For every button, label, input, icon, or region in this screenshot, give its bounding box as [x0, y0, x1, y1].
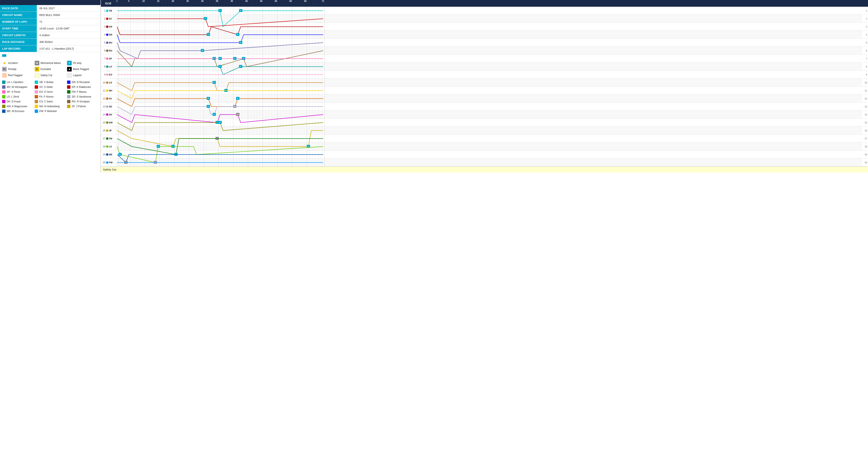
grid-pos-rg: 6	[102, 49, 105, 52]
driver-color-sd	[67, 95, 70, 98]
driver-dot-km	[106, 122, 108, 124]
final-pos-lh: 8	[862, 63, 868, 71]
lap-header-32	[207, 0, 210, 7]
driver-key-item: JP: J Palmer	[67, 104, 98, 109]
info-row: CIRCUIT LENGTH:4.318km	[0, 32, 100, 39]
key-item: ■Black Flagged	[67, 66, 98, 72]
key-item: ★Accident	[2, 60, 33, 66]
lap-header-37	[222, 0, 224, 7]
driver-line-kr	[117, 27, 323, 35]
lap-header-59	[286, 0, 289, 7]
final-pos-me: 19	[862, 151, 868, 158]
key-symbol-lapped	[67, 73, 72, 78]
driver-dot-sp	[106, 58, 108, 60]
grid-pos-vb: 1	[102, 9, 105, 12]
driver-abbr-kr: KR	[109, 25, 112, 28]
grid-row-cs: 10 CS	[101, 79, 116, 87]
lap-header-38	[224, 0, 227, 7]
lap-header-36	[219, 0, 222, 7]
final-pos-jp: 16	[862, 126, 868, 134]
final-pos-sd: 13	[862, 102, 868, 111]
event-label-ls-15: P	[158, 146, 159, 147]
lap-header-64	[301, 0, 304, 7]
event-label-fa-32: P	[208, 97, 209, 99]
grid-pos-sp: 7	[102, 57, 105, 60]
key-label: Mechanical failure	[40, 62, 61, 64]
lap-header-29	[198, 0, 201, 7]
driver-color-pw	[35, 110, 38, 113]
driver-key-label: LS: L Stroll	[7, 95, 19, 98]
driver-key-item: LH: L Hamilton	[2, 80, 33, 84]
grid-row-mv: 5 MV	[101, 39, 116, 47]
event-label-sp-41: P	[234, 58, 236, 60]
info-block: RACE DATE:09 JUL 2017CIRCUIT NAME:RED BU…	[0, 5, 100, 52]
info-label: RACE DATE:	[0, 5, 37, 11]
lap-header-2	[119, 0, 122, 7]
driver-abbr-rg: RG	[109, 50, 113, 52]
safety-car-row: Safety Car	[101, 167, 868, 172]
driver-color-kr	[67, 85, 70, 89]
lap-header-27	[192, 0, 195, 7]
lap-header-42	[236, 0, 239, 7]
lap-header-12	[148, 0, 151, 7]
grid-pos-fm: 17	[102, 137, 105, 140]
driver-abbr-mv: MV	[109, 41, 113, 44]
final-pos-sp: 7	[862, 55, 868, 63]
driver-dot-kr	[106, 26, 108, 28]
info-row: LAP RECORD:1:07.411 - L Hamilton [2017]	[0, 46, 100, 52]
lap-header-10: 10	[142, 0, 145, 7]
grid-pos-sd: 13	[102, 105, 105, 108]
driver-abbr-sp: SP	[109, 57, 112, 60]
driver-color-fm	[67, 90, 70, 94]
grid-pos-cs: 10	[102, 81, 105, 84]
lap-header-39	[227, 0, 230, 7]
lap-header-30: 30	[201, 0, 204, 7]
grid-pos-kr: 3	[102, 25, 105, 28]
left-panel: RACE DATE:09 JUL 2017CIRCUIT NAME:RED BU…	[0, 0, 101, 172]
driver-line-sd	[117, 107, 323, 115]
lap-header-20: 20	[172, 0, 175, 7]
driver-key-item: NH: N Hulkenberg	[35, 104, 66, 109]
final-pos-dr: 4	[862, 31, 868, 39]
driver-dot-sd	[106, 106, 108, 108]
driver-dot-dk	[106, 114, 108, 116]
lap-header-5: 5	[127, 0, 130, 7]
driver-dot-cs	[106, 82, 108, 84]
grid-pos-lh: 8	[102, 65, 105, 68]
key-label: Lapped	[73, 74, 81, 77]
final-pos-eo: 9	[862, 71, 868, 79]
driver-key-item: MV: M Verstappen	[2, 85, 33, 89]
driver-key-label: MV: M Verstappen	[7, 86, 27, 89]
lap-header-15: 15	[157, 0, 160, 7]
key-symbol-accident: ★	[2, 61, 7, 65]
lap-header-41	[234, 0, 236, 7]
event-label-cs-34: P	[214, 82, 215, 84]
lap-header-67	[310, 0, 313, 7]
grid-header-label: Grid	[101, 0, 116, 7]
driver-color-vb	[35, 81, 38, 84]
final-pos-fa: 12	[862, 95, 868, 102]
key-item: PPit stop	[67, 60, 98, 66]
lap-header-62	[295, 0, 298, 7]
grid-pos-km: 15	[102, 121, 105, 124]
driver-key-label: NH: N Hulkenberg	[39, 105, 60, 108]
driver-key-item: LS: L Stroll	[2, 95, 33, 99]
lap-header-4	[124, 0, 127, 7]
info-label: CIRCUIT LENGTH:	[0, 32, 37, 38]
lap-header-61	[292, 0, 295, 7]
driver-key-label: SV: S Vettel	[39, 86, 53, 89]
driver-color-lh	[2, 81, 5, 84]
grid-pos-nh: 11	[102, 89, 105, 92]
final-pos-column: 1234567891011121314151617181920	[862, 7, 868, 167]
chart-svg: PPPPPPPPPPPPPPPPPePPPPMPPMPPPPePM	[116, 7, 324, 167]
driver-color-sv	[35, 85, 38, 89]
driver-color-ls	[2, 95, 5, 98]
info-value: RED BULL RING	[37, 12, 63, 18]
driver-dot-dr	[106, 34, 108, 36]
final-pos-mv: 5	[862, 39, 868, 47]
driver-key-label: FA: F Alonso	[39, 95, 54, 98]
lap-header-70	[319, 0, 322, 7]
lap-header-49	[257, 0, 260, 7]
info-value: 306.452km	[37, 39, 55, 45]
driver-key-item: ME: M Ericsson	[2, 109, 33, 113]
